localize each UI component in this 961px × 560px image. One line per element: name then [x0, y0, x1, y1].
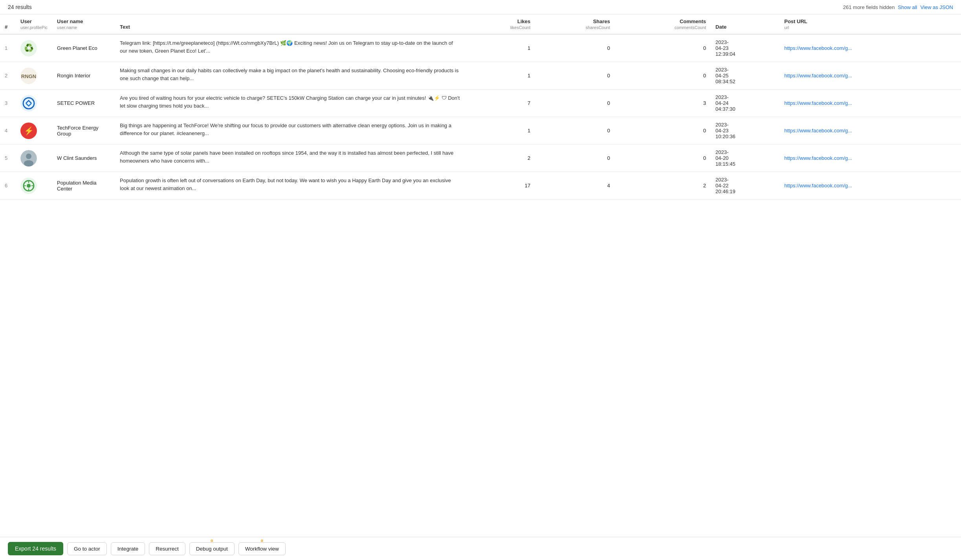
col-num: # [0, 15, 16, 34]
go-to-actor-button[interactable]: Go to actor [67, 542, 107, 555]
col-text: Text [115, 15, 466, 34]
row-url-4[interactable]: https://www.facebook.com/g... [779, 117, 961, 145]
row-num-5: 5 [0, 145, 16, 172]
row-comments-2: 0 [615, 62, 711, 90]
row-url-link-5[interactable]: https://www.facebook.com/g... [784, 155, 852, 161]
avatar-image-6 [20, 178, 37, 194]
row-likes-2: 1 [466, 62, 535, 90]
row-shares-2: 0 [535, 62, 615, 90]
avatar-image-3 [20, 95, 37, 112]
workflow-alpha-label: α [260, 538, 263, 543]
table-header-row: # User user.profilePic User name user.na… [0, 15, 961, 34]
row-url-6[interactable]: https://www.facebook.com/g... [779, 172, 961, 199]
row-url-2[interactable]: https://www.facebook.com/g... [779, 62, 961, 90]
row-username-6: Population Media Center [52, 172, 115, 199]
export-button[interactable]: Export 24 results [8, 542, 63, 555]
top-bar: 24 results 261 more fields hidden Show a… [0, 0, 961, 15]
table-row: 1 ♻️ Green Planet Eco Telegram link: [ht… [0, 34, 961, 62]
avatar-image-4: ⚡ [20, 123, 37, 139]
table-row: 2 RNGN Rongin Interior Making small chan… [0, 62, 961, 90]
row-url-link-3[interactable]: https://www.facebook.com/g... [784, 100, 852, 106]
row-date-5: 2023- 04-20 18:15:45 [711, 145, 779, 172]
row-likes-4: 1 [466, 117, 535, 145]
page-wrapper: 24 results 261 more fields hidden Show a… [0, 0, 961, 560]
row-date-6: 2023- 04-22 20:46:19 [711, 172, 779, 199]
row-text-6: Population growth is often left out of c… [115, 172, 466, 199]
row-date-2: 2023- 04-25 08:34:52 [711, 62, 779, 90]
workflow-view-button[interactable]: Workflow view [238, 542, 286, 555]
svg-point-10 [24, 160, 33, 167]
svg-text:RNGN: RNGN [21, 73, 36, 79]
col-url: Post URL url [779, 15, 961, 34]
integrate-button[interactable]: Integrate [111, 542, 145, 555]
row-num-4: 4 [0, 117, 16, 145]
row-url-link-4[interactable]: https://www.facebook.com/g... [784, 128, 852, 134]
debug-output-button[interactable]: Debug output [189, 542, 235, 555]
col-shares: Shares sharesCount [535, 15, 615, 34]
row-username-2: Rongin Interior [52, 62, 115, 90]
row-date-1: 2023- 04-23 12:39:04 [711, 34, 779, 62]
row-url-link-1[interactable]: https://www.facebook.com/g... [784, 45, 852, 51]
svg-text:♻️: ♻️ [24, 43, 34, 53]
show-all-link[interactable]: Show all [898, 4, 917, 10]
table-row: 6 Population Media Center Population gro… [0, 172, 961, 199]
row-url-3[interactable]: https://www.facebook.com/g... [779, 90, 961, 117]
row-likes-3: 7 [466, 90, 535, 117]
hidden-fields-label: 261 more fields hidden [843, 4, 895, 10]
resurrect-button[interactable]: Resurrect [149, 542, 185, 555]
row-url-link-2[interactable]: https://www.facebook.com/g... [784, 73, 852, 79]
table-body: 1 ♻️ Green Planet Eco Telegram link: [ht… [0, 34, 961, 199]
row-avatar-2: RNGN [16, 62, 52, 90]
row-comments-5: 0 [615, 145, 711, 172]
row-shares-4: 0 [535, 117, 615, 145]
row-num-1: 1 [0, 34, 16, 62]
avatar-image-5 [20, 150, 37, 167]
row-comments-4: 0 [615, 117, 711, 145]
col-user: User user.profilePic [16, 15, 52, 34]
row-url-5[interactable]: https://www.facebook.com/g... [779, 145, 961, 172]
row-avatar-6 [16, 172, 52, 199]
row-comments-6: 2 [615, 172, 711, 199]
debug-output-wrapper: α Debug output [189, 542, 235, 555]
row-likes-5: 2 [466, 145, 535, 172]
row-likes-1: 1 [466, 34, 535, 62]
row-comments-1: 0 [615, 34, 711, 62]
row-text-2: Making small changes in our daily habits… [115, 62, 466, 90]
row-username-5: W Clint Saunders [52, 145, 115, 172]
row-url-link-6[interactable]: https://www.facebook.com/g... [784, 183, 852, 188]
row-date-3: 2023- 04-24 04:37:30 [711, 90, 779, 117]
row-shares-6: 4 [535, 172, 615, 199]
results-count: 24 results [8, 4, 32, 10]
row-num-3: 3 [0, 90, 16, 117]
col-comments: Comments commentsCount [615, 15, 711, 34]
col-date: Date [711, 15, 779, 34]
row-text-1: Telegram link: [https://t.me/greeplanete… [115, 34, 466, 62]
row-likes-6: 17 [466, 172, 535, 199]
row-username-1: Green Planet Eco [52, 34, 115, 62]
row-text-3: Are you tired of waiting hours for your … [115, 90, 466, 117]
table-row: 3 SETEC POWER Are you tired of waiting h… [0, 90, 961, 117]
row-avatar-3 [16, 90, 52, 117]
row-shares-1: 0 [535, 34, 615, 62]
row-url-1[interactable]: https://www.facebook.com/g... [779, 34, 961, 62]
table-row: 5 W Clint Saunders Although the same typ… [0, 145, 961, 172]
row-num-2: 2 [0, 62, 16, 90]
view-as-json-link[interactable]: View as JSON [920, 4, 953, 10]
avatar-image-2: RNGN [20, 68, 37, 84]
avatar-image-1: ♻️ [20, 40, 37, 57]
row-shares-3: 0 [535, 90, 615, 117]
row-text-5: Although the same type of solar panels h… [115, 145, 466, 172]
workflow-view-wrapper: α Workflow view [238, 542, 286, 555]
svg-text:⚡: ⚡ [24, 126, 34, 135]
table-row: 4 ⚡ TechForce Energy Group Big things ar… [0, 117, 961, 145]
row-username-3: SETEC POWER [52, 90, 115, 117]
row-num-6: 6 [0, 172, 16, 199]
row-username-4: TechForce Energy Group [52, 117, 115, 145]
row-avatar-4: ⚡ [16, 117, 52, 145]
svg-point-9 [26, 154, 31, 159]
results-table-container: # User user.profilePic User name user.na… [0, 15, 961, 537]
bottom-toolbar: Export 24 results Go to actor Integrate … [0, 537, 961, 560]
row-avatar-5 [16, 145, 52, 172]
col-likes: Likes likesCount [466, 15, 535, 34]
row-shares-5: 0 [535, 145, 615, 172]
